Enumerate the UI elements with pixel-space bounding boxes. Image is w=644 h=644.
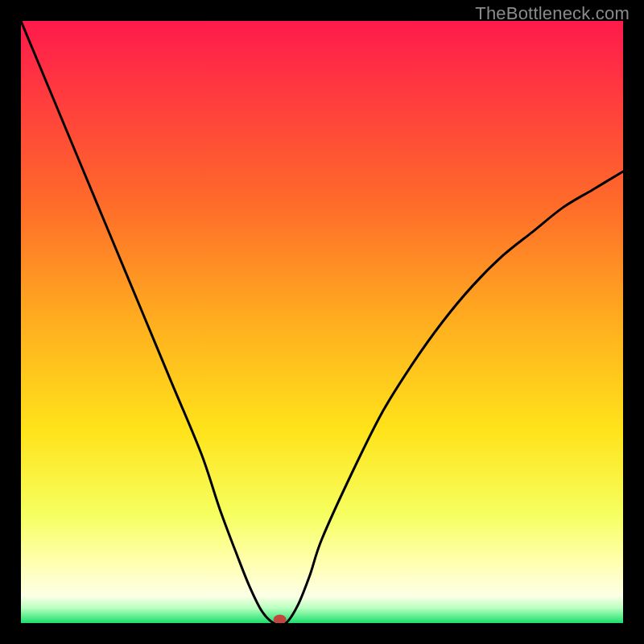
plot-area (21, 21, 623, 623)
gradient-background (21, 21, 623, 623)
outer-frame: TheBottleneck.com (0, 0, 644, 644)
bottleneck-chart (21, 21, 623, 623)
